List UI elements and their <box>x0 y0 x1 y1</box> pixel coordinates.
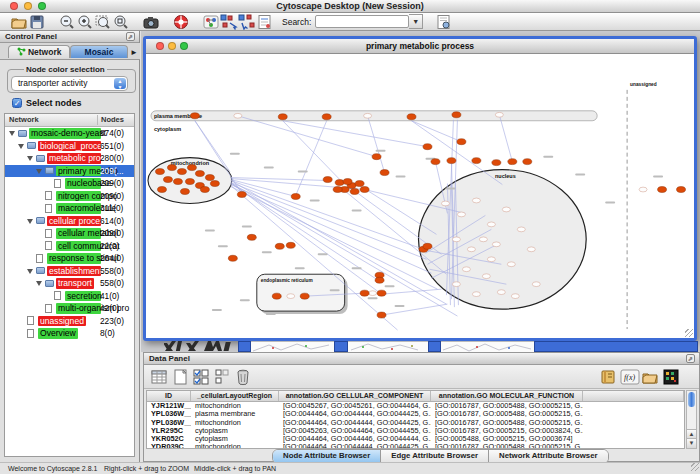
attribute-editor-book-icon[interactable] <box>599 368 617 386</box>
open-icon[interactable] <box>10 14 28 30</box>
network-node-highlighted[interactable] <box>343 179 352 185</box>
network-node[interactable] <box>487 222 495 227</box>
table-column-header[interactable]: ID <box>147 391 191 401</box>
unselect-attributes-icon[interactable] <box>213 368 231 386</box>
network-node-highlighted[interactable] <box>300 293 309 299</box>
tree-row[interactable]: nucleobase-209(0) <box>5 177 134 190</box>
tree-row[interactable]: response to stimul264(0) <box>5 252 134 265</box>
tree-row[interactable]: transport558(0) <box>5 277 134 290</box>
network-node-highlighted[interactable] <box>431 159 440 165</box>
network-node-highlighted[interactable] <box>375 277 384 283</box>
tree-row[interactable]: metabolic process280(0) <box>5 152 134 165</box>
network-node[interactable] <box>467 247 475 252</box>
snapshot-camera-icon[interactable] <box>142 14 160 30</box>
search-input[interactable] <box>315 15 409 28</box>
network-node-highlighted[interactable] <box>322 114 331 120</box>
network-node-highlighted[interactable] <box>508 159 517 165</box>
vizmapper-icon[interactable] <box>202 14 220 30</box>
tree-row[interactable]: primary metabo209(... <box>5 165 134 178</box>
network-node-highlighted[interactable] <box>350 189 359 195</box>
table-column-header[interactable]: annotation.GO MOLECULAR_FUNCTION <box>431 391 583 401</box>
tree-row[interactable]: Overview8(0) <box>5 327 134 340</box>
matrix-view-icon[interactable] <box>662 368 680 386</box>
network-node-highlighted[interactable] <box>237 192 246 198</box>
tab-network[interactable]: Network <box>8 45 70 58</box>
tree-row[interactable]: cellular process614(0) <box>5 215 134 228</box>
network-node-highlighted[interactable] <box>423 243 432 249</box>
background-window-edge[interactable] <box>428 341 441 352</box>
search-dropdown-arrow[interactable]: ▼ <box>409 14 423 29</box>
annotation-icon[interactable] <box>256 14 274 30</box>
network-node[interactable] <box>482 274 490 279</box>
network-node-highlighted[interactable] <box>333 187 342 193</box>
network-node[interactable] <box>472 292 480 297</box>
expander-icon[interactable] <box>36 281 42 286</box>
network-node-highlighted[interactable] <box>200 187 209 193</box>
network-node[interactable] <box>487 257 495 262</box>
background-window-edge[interactable] <box>238 341 251 352</box>
attribute-table[interactable]: ID_cellularLayoutRegionannotation.GO CEL… <box>146 390 685 449</box>
tree-row[interactable]: unassigned223(0) <box>5 315 134 328</box>
network-node-highlighted[interactable] <box>157 187 166 193</box>
table-row[interactable]: YJR121W__1mitochondrion[GO:0045267, GO:0… <box>147 402 684 410</box>
network-node-highlighted[interactable] <box>177 169 186 175</box>
select-attributes-icon[interactable] <box>192 368 210 386</box>
tree-row[interactable]: macromolecule311(0) <box>5 202 134 215</box>
network-node[interactable] <box>452 237 460 242</box>
network-node[interactable] <box>479 237 487 242</box>
tree-column-network[interactable]: Network <box>9 114 39 126</box>
network-node-highlighted[interactable] <box>163 177 172 183</box>
network-node[interactable] <box>364 113 372 118</box>
network-node-highlighted[interactable] <box>286 242 295 248</box>
network-window-titlebar[interactable]: primary metabolic process <box>146 39 694 54</box>
expander-icon[interactable] <box>27 269 33 274</box>
network-node-highlighted[interactable] <box>228 255 237 261</box>
network-node-highlighted[interactable] <box>190 113 199 119</box>
background-window-edge[interactable] <box>534 341 698 352</box>
network-node-highlighted[interactable] <box>210 181 219 187</box>
network-node-highlighted[interactable] <box>247 234 256 240</box>
network-node[interactable] <box>462 267 470 272</box>
network-node-highlighted[interactable] <box>185 179 194 185</box>
zoom-selected-region-icon[interactable] <box>94 14 112 30</box>
network-node-highlighted[interactable] <box>360 290 369 296</box>
new-attribute-icon[interactable] <box>171 368 189 386</box>
network-node[interactable] <box>472 198 480 203</box>
network-node-highlighted[interactable] <box>658 187 667 193</box>
network-node-highlighted[interactable] <box>377 290 386 296</box>
network-node-highlighted[interactable] <box>677 187 686 193</box>
tree-column-nodes[interactable]: Nodes <box>101 114 124 126</box>
network-node[interactable] <box>452 282 460 287</box>
float-panel-icon[interactable]: ⇗ <box>686 354 695 363</box>
zoom-fit-icon[interactable] <box>112 14 130 30</box>
tree-row[interactable]: multi-organism pro42(0) <box>5 302 134 315</box>
table-row[interactable]: YPL036W__1mitochondrion[GO:0044464, GO:0… <box>147 419 684 427</box>
network-node-highlighted[interactable] <box>205 175 214 181</box>
network-node[interactable] <box>532 282 540 287</box>
tree-row[interactable]: cell communicat22(0) <box>5 240 134 253</box>
network-node[interactable] <box>511 294 519 299</box>
network-canvas[interactable]: plasma membrane cytoplasm mitochondrion … <box>146 54 694 338</box>
network-node[interactable] <box>517 227 525 232</box>
zoom-out-icon[interactable] <box>58 14 76 30</box>
network-node-highlighted[interactable] <box>173 179 182 185</box>
view-resize-grip[interactable] <box>685 329 693 337</box>
network-node[interactable] <box>492 242 500 247</box>
network-node-highlighted[interactable] <box>195 171 204 177</box>
help-lifesaver-icon[interactable] <box>172 14 190 30</box>
select-nodes-checkbox[interactable]: ✓ <box>12 98 22 108</box>
network-node[interactable] <box>502 207 510 212</box>
network-node-highlighted[interactable] <box>167 165 176 171</box>
background-window-edge[interactable] <box>334 341 348 352</box>
scroll-down-arrow[interactable]: ▼ <box>687 438 696 448</box>
tree-row[interactable]: nitrogen compo209(0) <box>5 190 134 203</box>
network-node-highlighted[interactable] <box>360 187 369 193</box>
network-node[interactable] <box>495 112 503 117</box>
network-node-highlighted[interactable] <box>452 112 461 118</box>
tree-row[interactable]: cellular metabol209(0) <box>5 227 134 240</box>
network-node-highlighted[interactable] <box>407 114 416 120</box>
network-node-highlighted[interactable] <box>335 180 344 186</box>
tree-row[interactable]: mosaic-demo-yeast874(0) <box>5 127 134 140</box>
network-node[interactable] <box>457 212 465 217</box>
network-node-highlighted[interactable] <box>377 312 386 318</box>
